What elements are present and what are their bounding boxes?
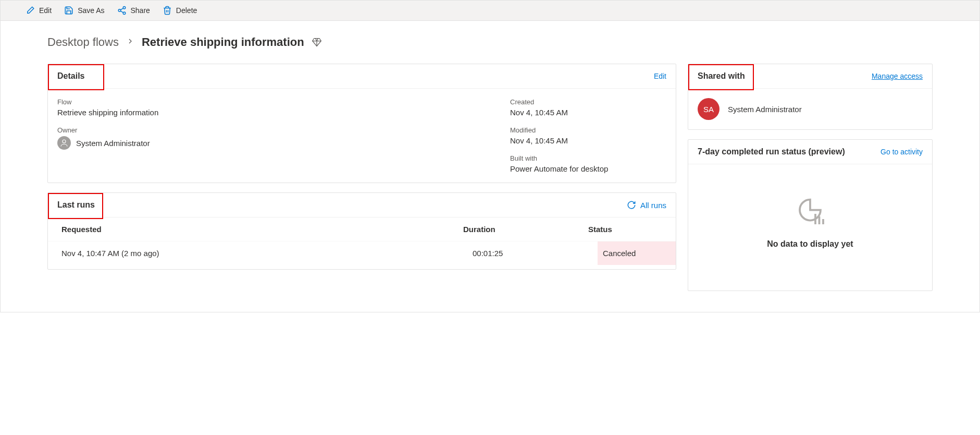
modified-label: Modified <box>510 126 666 134</box>
svg-point-1 <box>118 9 121 12</box>
user-avatar: SA <box>698 98 720 120</box>
table-row[interactable]: Nov 4, 10:47 AM (2 mo ago) 00:01:25 Canc… <box>48 241 676 265</box>
breadcrumb-parent[interactable]: Desktop flows <box>47 35 119 49</box>
built-with-value: Power Automate for desktop <box>510 164 666 173</box>
save-as-icon <box>64 6 73 15</box>
owner-label: Owner <box>57 126 510 134</box>
run-status-card: 7-day completed run status (preview) Go … <box>688 139 933 291</box>
runs-header-row: Requested Duration Status <box>48 218 676 241</box>
built-with-label: Built with <box>510 154 666 162</box>
column-status: Status <box>588 225 666 234</box>
shared-user-row[interactable]: SA System Administrator <box>698 98 923 120</box>
all-runs-link[interactable]: All runs <box>627 200 666 210</box>
svg-point-5 <box>63 140 66 143</box>
shared-with-card: Shared with Manage access SA System Admi… <box>688 64 933 130</box>
go-to-activity-link[interactable]: Go to activity <box>880 148 923 156</box>
delete-icon <box>163 6 172 15</box>
last-runs-card: Last runs All runs Requested <box>47 192 676 270</box>
premium-diamond-icon <box>312 37 322 47</box>
column-requested: Requested <box>61 225 463 234</box>
save-as-button[interactable]: Save As <box>64 6 104 15</box>
details-title: Details <box>57 71 84 80</box>
edit-icon <box>26 6 35 15</box>
run-duration: 00:01:25 <box>473 241 598 265</box>
no-data-text: No data to display yet <box>767 239 853 249</box>
run-status-canceled: Canceled <box>598 241 676 265</box>
manage-access-link[interactable]: Manage access <box>872 72 923 80</box>
svg-line-3 <box>120 11 123 13</box>
last-runs-title: Last runs <box>57 200 95 209</box>
owner-avatar-icon <box>57 136 71 150</box>
refresh-icon <box>627 200 636 210</box>
column-duration: Duration <box>463 225 588 234</box>
modified-value: Nov 4, 10:45 AM <box>510 136 666 145</box>
share-button[interactable]: Share <box>117 6 150 15</box>
breadcrumb-current: Retrieve shipping information <box>142 35 304 49</box>
details-card: Details Edit Flow Retrieve shipping info… <box>47 64 676 183</box>
owner-name: System Administrator <box>76 139 150 148</box>
share-icon <box>117 6 127 15</box>
run-status-title: 7-day completed run status (preview) <box>698 147 845 156</box>
all-runs-label: All runs <box>640 201 666 210</box>
svg-line-4 <box>120 8 123 10</box>
share-label: Share <box>131 6 150 15</box>
created-value: Nov 4, 10:45 AM <box>510 108 666 117</box>
shared-with-title: Shared with <box>698 71 745 80</box>
toolbar: Edit Save As Share Delete <box>1 1 979 21</box>
flow-name: Retrieve shipping information <box>57 108 510 117</box>
edit-button[interactable]: Edit <box>26 6 52 15</box>
save-as-label: Save As <box>78 6 104 15</box>
run-requested: Nov 4, 10:47 AM (2 mo ago) <box>61 241 473 265</box>
edit-label: Edit <box>39 6 52 15</box>
delete-label: Delete <box>176 6 197 15</box>
created-label: Created <box>510 98 666 106</box>
breadcrumb: Desktop flows Retrieve shipping informat… <box>47 35 933 49</box>
pie-chart-icon <box>795 196 826 227</box>
svg-point-0 <box>123 7 126 9</box>
shared-user-name: System Administrator <box>728 105 802 114</box>
delete-button[interactable]: Delete <box>163 6 197 15</box>
details-edit-link[interactable]: Edit <box>654 72 666 80</box>
svg-point-2 <box>123 12 126 15</box>
flow-label: Flow <box>57 98 510 106</box>
chevron-right-icon <box>126 37 134 48</box>
